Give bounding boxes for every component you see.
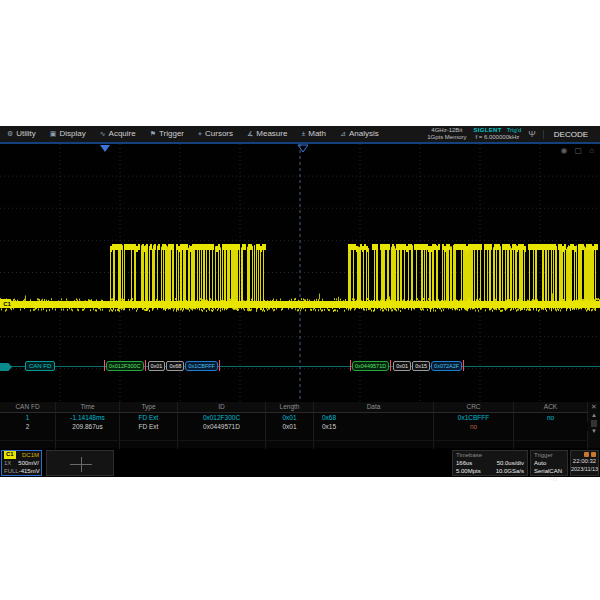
scroll-thumb[interactable] bbox=[591, 420, 597, 427]
decode-frame-1: 0x012F300C 0x01 0x68 0x1CBFFF bbox=[103, 360, 221, 371]
add-channel-box[interactable] bbox=[46, 450, 114, 476]
status-bar: C1DC1M 1X500mV/ FULL-415mV Timebase 166u… bbox=[0, 449, 600, 477]
frame-data-box: 0x15 bbox=[412, 361, 430, 371]
plus-icon bbox=[81, 457, 82, 472]
menu-display[interactable]: ▣Display bbox=[43, 126, 93, 142]
menu-utility[interactable]: ⚙Utility bbox=[0, 126, 43, 142]
trigger-title: Trigger bbox=[531, 451, 567, 459]
menu-label: Display bbox=[59, 126, 85, 142]
usb-icon: Ψ bbox=[528, 129, 536, 139]
menu-trigger[interactable]: ⚑Trigger bbox=[143, 126, 191, 142]
frame-end-tick bbox=[219, 360, 220, 371]
vertical-offset: -415mV bbox=[19, 467, 40, 475]
col-id: ID bbox=[178, 402, 266, 412]
lock-icon[interactable]: ⌂ bbox=[589, 146, 594, 155]
menu-label: Cursors bbox=[205, 126, 233, 142]
bus-protocol-label: CAN FD bbox=[25, 361, 55, 371]
frame-crc-box: 0x072A2F bbox=[431, 361, 462, 371]
menu-label: Measure bbox=[256, 126, 287, 142]
cell-crc: 0x1CBFFF bbox=[434, 413, 514, 422]
menu-acquire[interactable]: ∿Acquire bbox=[93, 126, 143, 142]
cell-type: FD Ext bbox=[120, 413, 178, 422]
snapshot-icon[interactable]: ◉ bbox=[561, 146, 568, 155]
vertical-scale: 500mV/ bbox=[18, 459, 39, 467]
col-length: Length bbox=[266, 402, 314, 412]
decode-table-header: CAN FD Time Type ID Length Data CRC ACK bbox=[0, 402, 600, 413]
col-crc: CRC bbox=[434, 402, 514, 412]
trigger-mode: Auto bbox=[534, 459, 546, 467]
brand-block: SIGLENTTrig'd f = 6.000000kHz bbox=[474, 127, 522, 141]
menu-label: Utility bbox=[16, 126, 36, 142]
memory-label: 1Gpts Memory bbox=[427, 134, 466, 141]
frame-end-tick bbox=[463, 360, 464, 371]
probe-label: 1X bbox=[4, 459, 11, 467]
timebase-title: Timebase bbox=[453, 451, 527, 459]
chart-icon: ⊿ bbox=[340, 126, 346, 142]
clock-box[interactable]: 22:00:32 2023/11/13 bbox=[570, 450, 599, 476]
menu-label: Analysis bbox=[349, 126, 379, 142]
coupling-label: DC1M bbox=[22, 451, 39, 459]
trigger-source: CAN FD bbox=[549, 467, 564, 483]
frame-length-box: 0x01 bbox=[148, 361, 166, 371]
cell-num: 2 bbox=[0, 422, 56, 431]
menu-label: Math bbox=[308, 126, 326, 142]
close-icon[interactable]: ✕ bbox=[591, 402, 597, 412]
scroll-down-icon[interactable]: ▼ bbox=[591, 428, 597, 435]
menu-measure[interactable]: ∡Measure bbox=[240, 126, 294, 142]
menu-math[interactable]: ±Math bbox=[294, 126, 333, 142]
cell-id: 0x0449571D bbox=[178, 422, 266, 431]
waveform-canvas bbox=[0, 144, 600, 401]
math-icon: ± bbox=[301, 126, 305, 142]
table-scrollbar[interactable]: ✕ ▲ ▼ bbox=[588, 402, 600, 448]
waveform-display[interactable]: ◉ ▢ ⌂ C1 CAN FD 0x012F300C 0x01 0x68 0x1… bbox=[0, 144, 600, 401]
brand-label: SIGLENT bbox=[474, 127, 502, 133]
ruler-icon: ∡ bbox=[247, 126, 253, 142]
decode-frame-2: 0x0449571D 0x01 0x15 0x072A2F bbox=[349, 360, 465, 371]
timebase-scale: 50.0us/div bbox=[497, 459, 524, 467]
col-data: Data bbox=[314, 402, 434, 412]
cell-time: -1.14148ms bbox=[56, 413, 120, 422]
corner-icons: ◉ ▢ ⌂ bbox=[561, 146, 594, 155]
channel1-tag: C1 bbox=[4, 451, 16, 459]
display-icon: ▣ bbox=[50, 126, 57, 142]
timebase-box[interactable]: Timebase 166us50.0us/div 5.00Mpts10.0GSa… bbox=[452, 450, 528, 476]
table-row[interactable]: 2 209.867us FD Ext 0x0449571D 0x01 0x15 … bbox=[0, 422, 600, 431]
cell-ack: no bbox=[434, 422, 514, 431]
frame-start-tick bbox=[350, 360, 351, 371]
col-ack: ACK bbox=[514, 402, 588, 412]
menu-bar: ⚙Utility ▣Display ∿Acquire ⚑Trigger ⌖Cur… bbox=[0, 126, 600, 144]
frame-id-box: 0x0449571D bbox=[352, 361, 389, 371]
table-row[interactable]: 1 -1.14148ms FD Ext 0x012F300C 0x01 0x68… bbox=[0, 413, 600, 422]
system-info: 4GHz-12Bit 1Gpts Memory bbox=[427, 127, 466, 141]
frame-crc-box: 0x1CBFFF bbox=[185, 361, 218, 371]
cell-data: 0x15 bbox=[314, 422, 434, 431]
frame-tick bbox=[390, 360, 391, 371]
oscilloscope-window: ⚙Utility ▣Display ∿Acquire ⚑Trigger ⌖Cur… bbox=[0, 126, 600, 477]
cell-data: 0x68 bbox=[314, 413, 434, 422]
table-row-empty bbox=[0, 431, 600, 441]
scroll-up-icon[interactable]: ▲ bbox=[591, 412, 597, 419]
window-icon[interactable]: ▢ bbox=[575, 146, 583, 155]
crosshair-icon: ⌖ bbox=[198, 126, 202, 142]
menu-label: Trigger bbox=[159, 126, 184, 142]
frame-id-box: 0x012F300C bbox=[106, 361, 144, 371]
menu-cursors[interactable]: ⌖Cursors bbox=[191, 126, 240, 142]
cell-num: 1 bbox=[0, 413, 56, 422]
cell-time: 209.867us bbox=[56, 422, 120, 431]
freq-counter: f = 6.000000kHz bbox=[474, 134, 522, 141]
decode-table: CAN FD Time Type ID Length Data CRC ACK … bbox=[0, 402, 600, 448]
waveform-icon: ∿ bbox=[100, 126, 106, 142]
frame-length-box: 0x01 bbox=[393, 361, 411, 371]
cell-length: 0x01 bbox=[266, 413, 314, 422]
trigger-box[interactable]: Trigger Auto SerialCAN FD bbox=[530, 450, 568, 476]
menu-analysis[interactable]: ⊿Analysis bbox=[333, 126, 386, 142]
channel1-box[interactable]: C1DC1M 1X500mV/ FULL-415mV bbox=[1, 450, 42, 476]
decode-tab[interactable]: DECODE bbox=[543, 130, 597, 139]
memory-depth: 5.00Mpts bbox=[456, 467, 481, 475]
flag-icon: ⚑ bbox=[150, 126, 156, 142]
timebase-delay: 166us bbox=[456, 459, 472, 467]
cell-ack: no bbox=[514, 413, 588, 422]
clock-time: 22:00:32 bbox=[571, 457, 598, 465]
gear-icon: ⚙ bbox=[7, 126, 13, 142]
cell-length: 0x01 bbox=[266, 422, 314, 431]
